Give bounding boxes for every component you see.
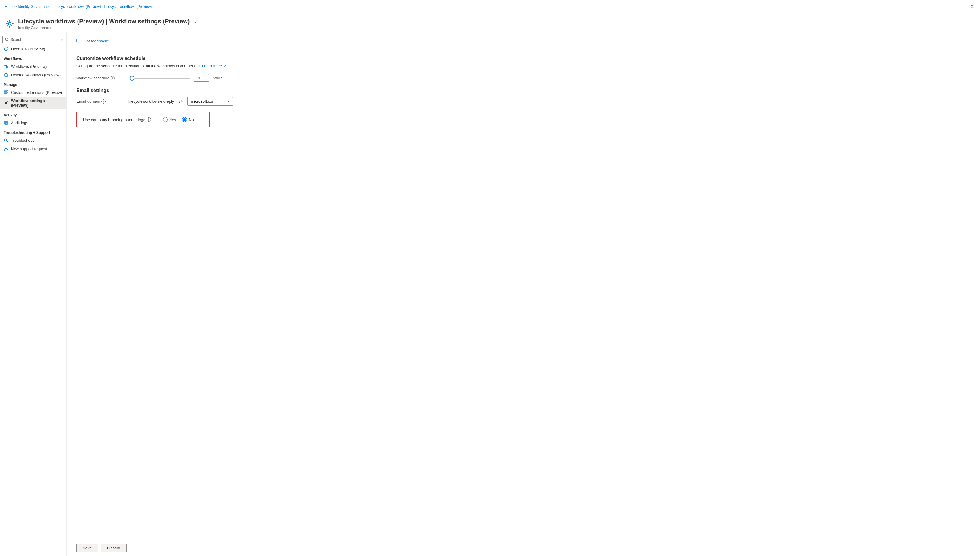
sidebar-section-troubleshooting: Troubleshooting + Support: [0, 127, 66, 136]
settings-icon: [4, 100, 8, 105]
log-icon: [4, 120, 8, 125]
svg-point-1: [5, 38, 8, 40]
learn-more-link[interactable]: Learn more ↗: [202, 64, 226, 68]
search-placeholder: Search: [11, 37, 22, 42]
branding-yes-radio[interactable]: [163, 117, 168, 122]
sidebar-section-activity: Activity: [0, 109, 66, 118]
sidebar-item-deleted-workflows[interactable]: Deleted workflows (Preview): [0, 71, 66, 79]
branding-no-radio[interactable]: [182, 117, 187, 122]
page-subtitle: Identity Governance: [18, 26, 199, 30]
sidebar-item-overview[interactable]: Overview (Preview): [0, 45, 66, 53]
feedback-icon: [76, 39, 81, 43]
domain-select[interactable]: microsoft.com outlook.com custom: [187, 97, 233, 106]
email-domain-row: Email domain i lifecycleworkflows-norepl…: [76, 97, 970, 106]
gear-icon-large: [5, 19, 15, 29]
branding-no-option[interactable]: No: [182, 117, 194, 122]
sidebar-item-new-support[interactable]: New support request: [0, 144, 66, 153]
page-title: Lifecycle workflows (Preview) | Workflow…: [18, 18, 190, 25]
sidebar-item-custom-extensions[interactable]: Custom extensions (Preview): [0, 88, 66, 97]
branding-box: Use company branding banner logo i Yes N…: [76, 112, 210, 128]
svg-rect-9: [4, 93, 6, 94]
schedule-label: Workflow schedule i: [76, 76, 125, 80]
key-icon: [4, 138, 8, 143]
sidebar-item-workflows-label: Workflows (Preview): [11, 64, 47, 69]
hours-label: hours: [213, 76, 223, 80]
more-options-button[interactable]: ...: [192, 17, 199, 26]
breadcrumb-home[interactable]: Home: [5, 5, 15, 9]
branding-info-icon[interactable]: i: [147, 118, 151, 122]
customize-desc: Configure the schedule for execution of …: [76, 64, 970, 68]
sidebar: Search « Overview (Preview) Workflows Wo…: [0, 32, 67, 556]
at-symbol: @: [179, 99, 182, 103]
sidebar-item-audit-logs[interactable]: Audit logs: [0, 118, 66, 127]
customize-section: Customize workflow schedule Configure th…: [76, 56, 970, 82]
workflow-icon: [4, 64, 8, 69]
svg-point-14: [5, 147, 7, 149]
svg-point-11: [5, 102, 6, 103]
svg-rect-7: [4, 91, 6, 92]
sidebar-item-troubleshoot[interactable]: Troubleshoot: [0, 136, 66, 144]
schedule-row: Workflow schedule i 1 hours: [76, 74, 970, 82]
feedback-label[interactable]: Got feedback?: [84, 39, 109, 43]
branding-yes-option[interactable]: Yes: [163, 117, 176, 122]
sidebar-item-workflows[interactable]: Workflows (Preview): [0, 62, 66, 71]
collapse-sidebar-button[interactable]: «: [59, 37, 64, 43]
email-domain-info-icon[interactable]: i: [102, 99, 106, 103]
page-header: Lifecycle workflows (Preview) | Workflow…: [0, 13, 980, 32]
delete-icon: [4, 73, 8, 77]
branding-no-label: No: [189, 118, 194, 122]
sidebar-item-workflow-settings-label: Workflow settings (Preview): [11, 99, 63, 108]
main-content: Got feedback? Customize workflow schedul…: [67, 32, 980, 540]
sidebar-item-troubleshoot-label: Troubleshoot: [11, 138, 34, 143]
sidebar-item-deleted-workflows-label: Deleted workflows (Preview): [11, 73, 61, 77]
sidebar-item-overview-label: Overview (Preview): [11, 47, 45, 51]
svg-point-0: [8, 23, 11, 25]
sidebar-section-manage: Manage: [0, 79, 66, 88]
bottom-bar: Save Discard: [67, 540, 980, 556]
schedule-slider[interactable]: [130, 78, 190, 79]
close-button[interactable]: ✕: [969, 2, 975, 11]
extension-icon: [4, 90, 8, 95]
schedule-number-input[interactable]: 1: [194, 74, 209, 82]
email-prefix: lifecycleworkflows-noreply: [128, 99, 174, 103]
email-title: Email settings: [76, 88, 970, 93]
svg-rect-6: [5, 74, 8, 76]
breadcrumb-identity-governance[interactable]: Identity Governance | Lifecycle workflow…: [18, 5, 101, 9]
overview-icon: [4, 46, 8, 51]
svg-rect-10: [6, 93, 8, 94]
branding-yes-label: Yes: [170, 118, 176, 122]
search-box[interactable]: Search: [2, 36, 58, 43]
email-domain-label: Email domain i: [76, 99, 125, 103]
breadcrumb: Home › Identity Governance | Lifecycle w…: [5, 5, 967, 9]
sidebar-item-workflow-settings[interactable]: Workflow settings (Preview): [0, 97, 66, 109]
svg-rect-8: [6, 91, 8, 92]
branding-label: Use company branding banner logo i: [83, 118, 151, 122]
person-icon: [4, 146, 8, 151]
sidebar-item-new-support-label: New support request: [11, 147, 47, 151]
schedule-info-icon[interactable]: i: [111, 76, 115, 80]
breadcrumb-lifecycle-workflows[interactable]: Lifecycle workflows (Preview): [105, 5, 152, 9]
sidebar-section-workflows: Workflows: [0, 53, 66, 62]
feedback-bar[interactable]: Got feedback?: [76, 39, 970, 48]
search-icon: [5, 38, 9, 42]
sidebar-item-audit-logs-label: Audit logs: [11, 121, 28, 125]
branding-radio-group: Yes No: [163, 117, 194, 122]
sidebar-item-custom-extensions-label: Custom extensions (Preview): [11, 90, 62, 95]
customize-title: Customize workflow schedule: [76, 56, 970, 61]
save-button[interactable]: Save: [76, 543, 98, 552]
discard-button[interactable]: Discard: [100, 543, 127, 552]
email-section: Email settings Email domain i lifecyclew…: [76, 88, 970, 128]
svg-line-2: [8, 40, 9, 42]
